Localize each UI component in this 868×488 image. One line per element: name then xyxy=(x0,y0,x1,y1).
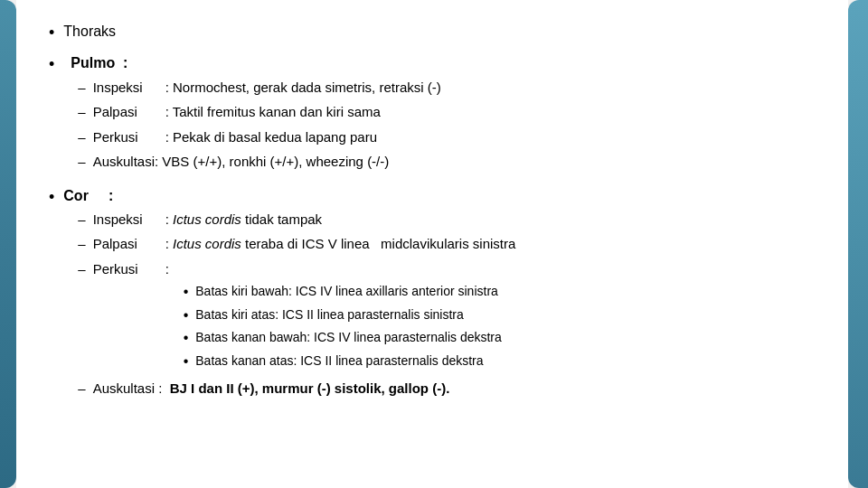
dash-icon: – xyxy=(78,152,85,173)
perkusi-batas-3: Batas kanan bawah: ICS IV linea paraster… xyxy=(195,328,502,347)
dash-icon: – xyxy=(78,210,85,230)
perkusi-batas-4: Batas kanan atas: ICS II linea parastern… xyxy=(195,352,483,371)
nested-bullet-dot: • xyxy=(184,328,189,348)
cor-inspeksi-label: Inspeksi xyxy=(93,210,165,230)
perkusi-batas-1: Batas kiri bawah: ICS IV linea axillaris… xyxy=(195,282,498,301)
cor-bullet: • xyxy=(49,186,54,209)
cor-inspeksi-value: : Ictus cordis tidak tampak xyxy=(165,210,322,230)
pulmo-inspeksi: – Inspeksi : Normochest, gerak dada sime… xyxy=(78,78,440,99)
nested-bullet-dot: • xyxy=(184,352,189,371)
pulmo-perkusi-value: : Pekak di basal kedua lapang paru xyxy=(165,127,377,148)
pulmo-inspeksi-label: Inspeksi xyxy=(93,78,165,99)
cor-perkusi: – Perkusi : • Batas kiri bawah: ICS IV l… xyxy=(78,259,515,374)
pulmo-auskultasi: – Auskultasi: VBS (+/+), ronkhi (+/+), w… xyxy=(78,152,440,173)
cor-perkusi-value: : • Batas kiri bawah: ICS IV linea axill… xyxy=(165,259,502,374)
perkusi-nested-list: • Batas kiri bawah: ICS IV linea axillar… xyxy=(184,282,502,371)
cor-inspeksi: – Inspeksi : Ictus cordis tidak tampak xyxy=(78,210,515,230)
perkusi-batas-2: Batas kiri atas: ICS II linea parasterna… xyxy=(195,305,463,324)
dash-icon: – xyxy=(78,234,85,255)
dash-icon: – xyxy=(78,379,85,399)
pulmo-perkusi-label: Perkusi xyxy=(93,127,165,148)
left-accent-bar xyxy=(0,0,16,488)
nested-bullet-dot: • xyxy=(184,305,189,325)
pulmo-section: Pulmo : – Inspeksi : Normochest, gerak d… xyxy=(63,53,440,176)
cor-palpasi-value: : Ictus cordis teraba di ICS V linea mid… xyxy=(165,234,516,255)
cor-palpasi-label: Palpasi xyxy=(93,234,165,255)
pulmo-perkusi: – Perkusi : Pekak di basal kedua lapang … xyxy=(78,127,440,148)
dash-icon: – xyxy=(78,127,85,148)
thoraks-bullet: • xyxy=(49,22,54,44)
cor-auskultasi-value: Auskultasi : BJ I dan II (+), murmur (-)… xyxy=(93,379,450,399)
cor-section: Cor : – Inspeksi : Ictus cordis tidak ta… xyxy=(63,186,515,404)
pulmo-auskultasi-value: Auskultasi: VBS (+/+), ronkhi (+/+), whe… xyxy=(93,152,390,173)
pulmo-title: Pulmo : xyxy=(71,55,127,70)
content-list: • Thoraks • Pulmo : – Inspeksi : Normoch… xyxy=(49,22,816,413)
cor-perkusi-label: Perkusi xyxy=(93,259,165,280)
perkusi-nested-item-1: • Batas kiri bawah: ICS IV linea axillar… xyxy=(184,282,502,302)
dash-icon: – xyxy=(78,259,85,280)
pulmo-palpasi-label: Palpasi xyxy=(93,102,165,123)
cor-title: Cor : xyxy=(63,188,113,203)
cor-sub-list: – Inspeksi : Ictus cordis tidak tampak –… xyxy=(78,210,515,399)
main-content: • Thoraks • Pulmo : – Inspeksi : Normoch… xyxy=(16,0,848,488)
dash-icon: – xyxy=(78,78,85,99)
thoraks-title: Thoraks xyxy=(63,22,116,42)
cor-auskultasi: – Auskultasi : BJ I dan II (+), murmur (… xyxy=(78,379,515,399)
dash-icon: – xyxy=(78,102,85,123)
pulmo-sub-list: – Inspeksi : Normochest, gerak dada sime… xyxy=(78,78,440,173)
pulmo-palpasi: – Palpasi : Taktil fremitus kanan dan ki… xyxy=(78,102,440,123)
ictus-cordis-italic-1: Ictus cordis xyxy=(173,211,241,227)
perkusi-nested-item-2: • Batas kiri atas: ICS II linea paraster… xyxy=(184,305,502,325)
ictus-cordis-italic-2: Ictus cordis xyxy=(173,236,241,251)
thoraks-item: • Thoraks xyxy=(49,22,816,44)
pulmo-inspeksi-value: : Normochest, gerak dada simetris, retra… xyxy=(165,78,441,99)
pulmo-bullet: • xyxy=(49,53,54,76)
right-accent-bar xyxy=(848,0,868,488)
nested-bullet-dot: • xyxy=(184,282,189,302)
pulmo-item: • Pulmo : – Inspeksi : Normochest, gerak… xyxy=(49,53,816,176)
cor-palpasi: – Palpasi : Ictus cordis teraba di ICS V… xyxy=(78,234,515,255)
perkusi-nested-item-4: • Batas kanan atas: ICS II linea paraste… xyxy=(184,352,502,371)
cor-item: • Cor : – Inspeksi : Ictus cordis tidak … xyxy=(49,186,816,404)
perkusi-nested-item-3: • Batas kanan bawah: ICS IV linea parast… xyxy=(184,328,502,348)
pulmo-palpasi-value: : Taktil fremitus kanan dan kiri sama xyxy=(165,102,381,123)
auskultasi-bold-value: BJ I dan II (+), murmur (-) sistolik, ga… xyxy=(170,380,450,396)
